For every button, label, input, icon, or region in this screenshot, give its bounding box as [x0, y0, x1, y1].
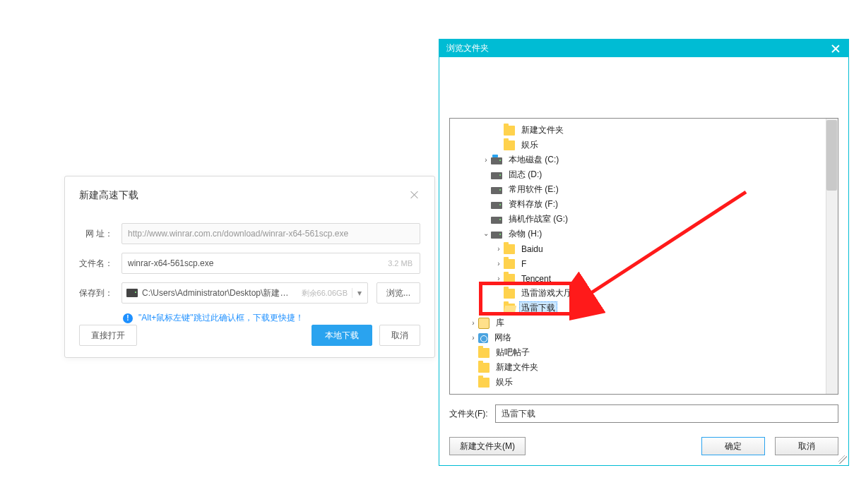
folder-name-label: 文件夹(F): — [449, 408, 488, 420]
browse-cancel-button[interactable]: 取消 — [775, 437, 838, 455]
filename-input[interactable]: winrar-x64-561scp.exe 3.2 MB — [121, 253, 420, 274]
network-icon — [478, 333, 488, 343]
download-button[interactable]: 本地下载 — [312, 325, 372, 346]
drive-icon — [491, 172, 502, 179]
tree-item-label: 资料存放 (F:) — [506, 198, 560, 211]
tree-item[interactable]: 娱乐 — [450, 138, 838, 152]
annotation-highlight-box — [479, 282, 583, 316]
close-icon[interactable] — [829, 42, 843, 56]
tree-item-label: 固态 (D:) — [506, 168, 544, 181]
tree-item-label: 娱乐 — [519, 138, 540, 152]
tree-item[interactable]: 新建文件夹 — [450, 360, 838, 375]
filename-label: 文件名： — [79, 258, 113, 270]
tree-item[interactable]: ›本地磁盘 (C:) — [450, 152, 838, 167]
cancel-button[interactable]: 取消 — [379, 325, 420, 346]
scrollbar[interactable] — [826, 119, 838, 394]
folder-icon — [504, 140, 515, 150]
tree-item-label: 新建文件夹 — [494, 361, 540, 374]
free-space: 剩余66.06GB — [302, 288, 348, 299]
tree-item-label: 库 — [494, 316, 506, 330]
browse-folder-dialog: 浏览文件夹 新建文件夹娱乐›本地磁盘 (C:)固态 (D:)常用软件 (E:)资… — [439, 39, 849, 466]
tree-item-label: Baidu — [519, 244, 545, 255]
folder-name-input[interactable] — [495, 404, 838, 423]
chevron-right-icon[interactable]: › — [468, 333, 478, 343]
tree-item-label: 本地磁盘 (C:) — [506, 153, 561, 167]
saveto-input[interactable]: C:\Users\Administrator\Desktop\新建文... 剩余… — [121, 282, 368, 304]
tree-item[interactable]: ›网络 — [450, 330, 838, 345]
tree-item-label: 搞机作战室 (G:) — [506, 212, 570, 226]
chevron-right-icon[interactable]: › — [494, 244, 504, 254]
filename-value: winrar-x64-561scp.exe — [128, 258, 213, 268]
library-icon — [478, 318, 490, 329]
close-icon[interactable] — [409, 190, 420, 201]
open-directly-button[interactable]: 直接打开 — [79, 325, 137, 346]
info-icon: ! — [123, 313, 133, 323]
saveto-label: 保存到： — [79, 287, 113, 299]
scrollbar-thumb[interactable] — [826, 120, 837, 191]
tree-item-label: 杂物 (H:) — [506, 227, 544, 241]
folder-icon — [504, 244, 515, 254]
drive-icon — [491, 202, 502, 209]
chevron-right-icon[interactable]: › — [494, 259, 504, 269]
download-dialog-title: 新建高速下载 — [79, 189, 138, 202]
drive-icon — [491, 187, 502, 194]
drive-icon — [491, 232, 502, 239]
browse-spacer — [449, 70, 838, 108]
tree-item-label: 新建文件夹 — [519, 124, 566, 137]
drive-icon — [126, 289, 138, 297]
folder-icon — [478, 363, 490, 373]
filesize-value: 3.2 MB — [388, 259, 413, 268]
chevron-right-icon[interactable]: › — [468, 318, 478, 328]
download-hint: "Alt+鼠标左键"跳过此确认框，下载更快捷！ — [138, 312, 304, 324]
url-input[interactable] — [121, 223, 420, 244]
chevron-right-icon[interactable]: › — [481, 155, 491, 165]
tree-item[interactable]: 贴吧帖子 — [450, 345, 838, 360]
browse-button[interactable]: 浏览... — [376, 282, 420, 304]
ok-button[interactable]: 确定 — [701, 437, 765, 455]
new-folder-button[interactable]: 新建文件夹(M) — [449, 437, 526, 455]
chevron-down-icon[interactable]: ⌄ — [481, 229, 491, 239]
tree-item[interactable]: 新建文件夹 — [450, 123, 838, 138]
tree-item[interactable]: 娱乐 — [450, 375, 838, 390]
url-label: 网 址： — [79, 228, 113, 240]
folder-icon — [504, 126, 515, 136]
save-path: C:\Users\Administrator\Desktop\新建文... — [142, 287, 293, 299]
tree-item[interactable]: 搞机作战室 (G:) — [450, 212, 838, 227]
download-dialog: 新建高速下载 网 址： 文件名： winrar-x64-561scp.exe 3… — [64, 176, 435, 358]
tree-item[interactable]: 常用软件 (E:) — [450, 182, 838, 197]
tree-item-label: 网络 — [492, 331, 514, 344]
drive-icon — [491, 217, 502, 224]
tree-item[interactable]: ›Baidu — [450, 241, 838, 256]
tree-item[interactable]: ⌄杂物 (H:) — [450, 227, 838, 241]
tree-item[interactable]: 固态 (D:) — [450, 167, 838, 182]
tree-item-label: 贴吧帖子 — [494, 346, 532, 359]
saveto-dropdown-icon[interactable]: ▾ — [352, 288, 362, 298]
tree-item[interactable]: ›F — [450, 256, 838, 271]
browse-title: 浏览文件夹 — [446, 42, 489, 54]
tree-item-label: 常用软件 (E:) — [506, 183, 561, 196]
drive-icon — [491, 157, 502, 164]
tree-item-label: 娱乐 — [494, 376, 515, 389]
folder-icon — [478, 378, 490, 388]
tree-item[interactable]: 资料存放 (F:) — [450, 197, 838, 212]
tree-item[interactable]: ›库 — [450, 316, 838, 330]
folder-icon — [478, 348, 490, 358]
folder-icon — [504, 259, 515, 269]
browse-titlebar[interactable]: 浏览文件夹 — [439, 40, 848, 57]
folder-tree[interactable]: 新建文件夹娱乐›本地磁盘 (C:)固态 (D:)常用软件 (E:)资料存放 (F… — [449, 118, 838, 395]
tree-item-label: F — [519, 258, 528, 270]
resize-grip-icon[interactable] — [838, 455, 847, 464]
